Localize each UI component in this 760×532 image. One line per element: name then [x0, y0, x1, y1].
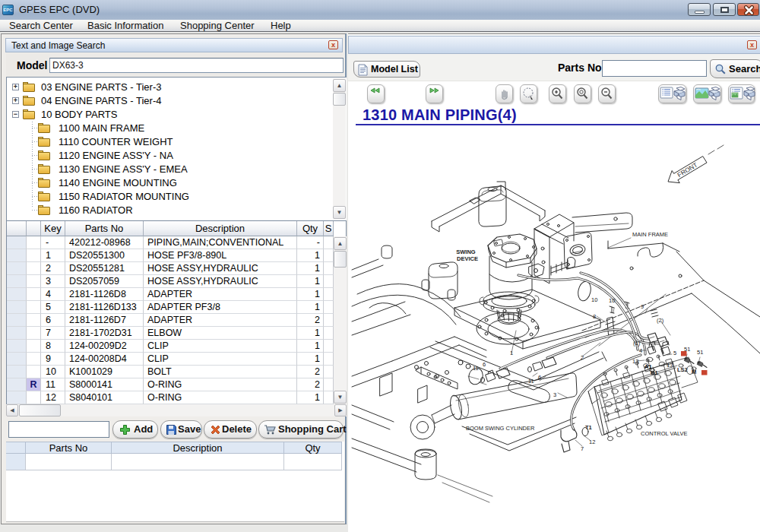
svg-text:10: 10: [591, 296, 597, 303]
svg-text:LS2: LS2: [677, 366, 688, 373]
svg-text:51: 51: [697, 349, 703, 356]
svg-text:B1: B1: [651, 369, 658, 376]
svg-text:SWING: SWING: [456, 249, 476, 255]
svg-text:12: 12: [589, 439, 595, 445]
svg-text:7: 7: [581, 445, 584, 452]
svg-text:T1: T1: [585, 424, 592, 431]
svg-text:6: 6: [483, 361, 486, 368]
svg-text:1: 1: [510, 350, 513, 356]
svg-text:8: 8: [593, 313, 596, 320]
svg-text:MAIN FRAME: MAIN FRAME: [632, 231, 668, 238]
svg-text:9: 9: [641, 303, 644, 310]
svg-text:11: 11: [473, 365, 479, 372]
svg-text:CONTROL VALVE: CONTROL VALVE: [641, 430, 688, 437]
svg-text:5: 5: [673, 350, 676, 356]
svg-text:2: 2: [581, 354, 584, 361]
svg-text:6: 6: [538, 374, 541, 381]
svg-text:13: 13: [667, 362, 673, 369]
svg-text:11: 11: [528, 378, 534, 385]
svg-text:(2): (2): [657, 317, 664, 324]
svg-text:BOOM SWING CYLINDER: BOOM SWING CYLINDER: [466, 425, 535, 432]
svg-text:(1): (1): [633, 340, 641, 347]
svg-text:4: 4: [639, 347, 642, 354]
svg-text:3: 3: [553, 391, 556, 398]
svg-text:M: M: [692, 369, 696, 375]
svg-text:51: 51: [684, 346, 690, 353]
svg-text:13: 13: [632, 358, 638, 365]
svg-text:10: 10: [609, 297, 615, 304]
svg-text:DEVICE: DEVICE: [457, 255, 478, 262]
